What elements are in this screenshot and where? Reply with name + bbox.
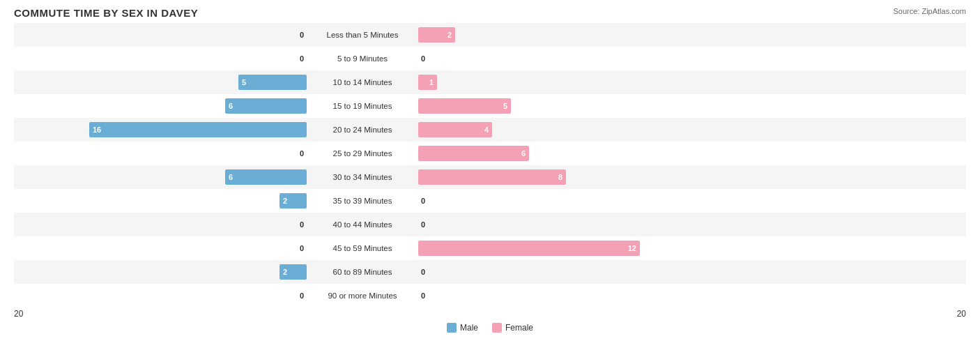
bar-male: 6 [225,169,307,185]
source-label: Source: ZipAtlas.com [893,7,966,15]
table-row: 161620 to 24 Minutes44 [14,118,966,142]
row-label: 5 to 9 Minutes [307,54,418,63]
bar-male: 2 [280,193,307,208]
row-label: 20 to 24 Minutes [307,126,418,134]
legend-female-box [492,323,502,333]
legend-female: Female [492,323,533,333]
chart-container: COMMUTE TIME BY SEX IN DAVEY Source: Zip… [0,0,980,364]
row-label: 35 to 39 Minutes [307,197,418,205]
table-row: 045 to 59 Minutes1212 [14,236,966,260]
row-label: 40 to 44 Minutes [307,220,418,229]
bar-male: 2 [280,264,307,280]
table-row: 0Less than 5 Minutes22 [14,23,966,47]
bar-male: 6 [225,98,307,114]
bar-female-value: 0 [421,291,438,300]
row-label: 30 to 34 Minutes [307,173,418,181]
bar-female: 12 [418,241,640,256]
table-row: 6630 to 34 Minutes88 [14,165,966,189]
legend-male-box [447,323,457,333]
bar-male: 16 [89,122,307,137]
axis-right-label: 20 [957,309,966,319]
legend-male-label: Male [460,323,478,333]
bar-male-value: 0 [287,220,304,229]
row-label: Less than 5 Minutes [307,31,418,39]
chart-area: 0Less than 5 Minutes2205 to 9 Minutes055… [14,23,966,308]
row-label: 15 to 19 Minutes [307,102,418,110]
bar-female-value: 0 [421,220,438,229]
row-label: 60 to 89 Minutes [307,268,418,276]
bar-female: 8 [418,169,566,185]
row-label: 45 to 59 Minutes [307,244,418,252]
bar-male: 5 [238,75,307,90]
row-label: 10 to 14 Minutes [307,78,418,86]
bar-female: 2 [418,27,455,43]
table-row: 025 to 29 Minutes66 [14,142,966,165]
bar-male-value: 0 [287,149,304,158]
row-label: 90 or more Minutes [307,291,418,300]
bar-male-value: 0 [287,54,304,63]
bar-male-value: 0 [287,31,304,39]
bar-female-value: 0 [421,54,438,63]
bar-male-value: 0 [287,291,304,300]
table-row: 2260 to 89 Minutes0 [14,260,966,284]
bar-female: 4 [418,122,492,137]
axis-left-label: 20 [14,309,23,319]
table-row: 6615 to 19 Minutes55 [14,94,966,118]
bar-female: 5 [418,98,511,114]
table-row: 2235 to 39 Minutes0 [14,189,966,213]
bar-female: 1 [418,75,437,90]
table-row: 5510 to 14 Minutes11 [14,70,966,94]
table-row: 05 to 9 Minutes0 [14,47,966,70]
legend-female-label: Female [505,323,533,333]
bar-female: 6 [418,146,529,161]
legend-male: Male [447,323,478,333]
bar-male-value: 0 [287,244,304,252]
chart-title: COMMUTE TIME BY SEX IN DAVEY [14,7,966,19]
table-row: 090 or more Minutes0 [14,284,966,308]
legend: Male Female [14,323,966,333]
bar-female-value: 0 [421,197,438,205]
bar-female-value: 0 [421,268,438,276]
table-row: 040 to 44 Minutes0 [14,213,966,236]
row-label: 25 to 29 Minutes [307,149,418,158]
